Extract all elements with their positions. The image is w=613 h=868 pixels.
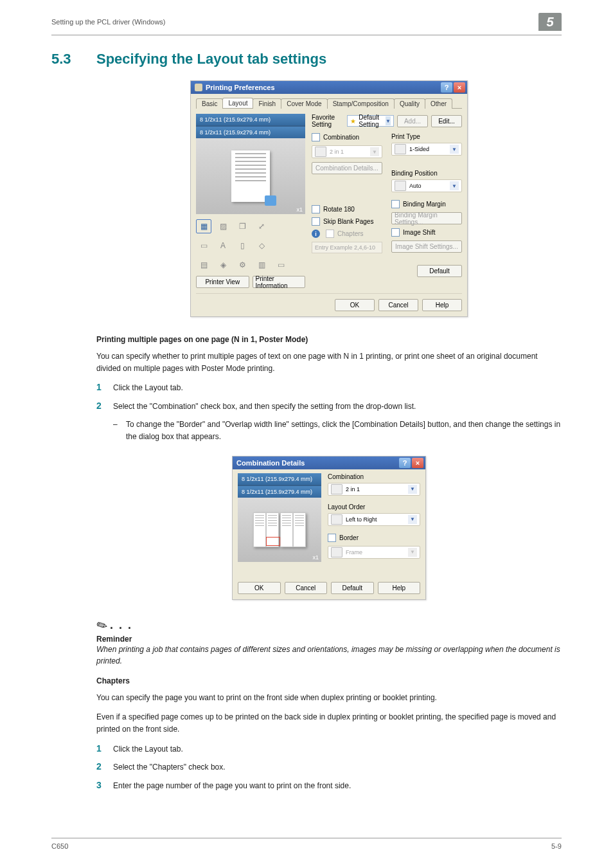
preview-icon[interactable]: ▨ — [215, 219, 231, 233]
combination-select[interactable]: 2 in 1▼ — [312, 145, 382, 158]
image-shift-label: Image Shift — [403, 229, 436, 236]
step-number: 2 — [96, 401, 113, 411]
page-preview: x1 — [196, 138, 305, 214]
step-text: Select the "Combination" check box, and … — [113, 401, 562, 413]
help-button[interactable]: Help — [378, 582, 421, 594]
step-number: 1 — [96, 743, 113, 754]
combination-value: 2 in 1 — [330, 149, 367, 155]
preview-icon[interactable]: ⤢ — [254, 219, 269, 233]
combination-details-button[interactable]: Combination Details... — [312, 162, 382, 174]
help-button[interactable]: ? — [441, 82, 452, 93]
tab-layout[interactable]: Layout — [222, 98, 253, 108]
preview-icon[interactable]: ❐ — [235, 219, 250, 233]
binding-margin-label: Binding Margin — [403, 201, 446, 208]
help-button[interactable]: ? — [399, 458, 411, 468]
ok-button[interactable]: OK — [238, 582, 281, 594]
tab-stamp[interactable]: Stamp/Composition — [327, 98, 395, 109]
binding-position-select[interactable]: Auto▼ — [391, 179, 462, 192]
section-number: 5.3 — [51, 51, 96, 68]
tab-finish[interactable]: Finish — [253, 98, 281, 109]
subsection-heading: Printing multiple pages on one page (N i… — [96, 335, 562, 344]
preview-icon[interactable]: ▭ — [196, 239, 211, 253]
step-text: Click the Layout tab. — [113, 382, 562, 394]
footer-page-number: 5-9 — [551, 842, 562, 850]
reminder-icon: ✎ — [93, 616, 111, 635]
tab-quality[interactable]: Quality — [394, 98, 425, 109]
zoom-indicator: x1 — [312, 554, 319, 561]
help-button[interactable]: Help — [422, 299, 462, 311]
body-text: You can specify whether to print multipl… — [96, 350, 562, 374]
default-button[interactable]: Default — [331, 582, 374, 594]
layout-order-select[interactable]: Left to Right▼ — [328, 513, 420, 526]
preview-icon[interactable]: ▯ — [235, 239, 250, 253]
printer-view-button[interactable]: Printer View — [196, 276, 249, 288]
step-number: 3 — [96, 780, 113, 790]
binding-position-value: Auto — [409, 183, 447, 189]
edit-button[interactable]: Edit... — [431, 115, 462, 127]
rotate-checkbox[interactable]: Rotate 180 — [312, 205, 382, 213]
printer-info-button[interactable]: Printer Information — [253, 276, 306, 288]
favorite-value: Default Setting — [359, 114, 383, 128]
skip-blank-label: Skip Blank Pages — [323, 218, 373, 225]
zoom-indicator: x1 — [296, 206, 303, 213]
preview-icon[interactable]: A — [215, 239, 231, 253]
sub-bullet: – To change the "Border" and "Overlap wi… — [113, 419, 562, 442]
tab-basic[interactable]: Basic — [196, 98, 223, 109]
dialog-title: Printing Preferences — [206, 84, 440, 91]
image-shift-settings-button[interactable]: Image Shift Settings... — [391, 240, 462, 253]
printing-preferences-dialog: Printing Preferences ? × Basic Layout Fi… — [190, 80, 468, 317]
binding-margin-checkbox[interactable]: Binding Margin — [391, 200, 462, 208]
step-text: Click the Layout tab. — [113, 743, 562, 755]
combination-select[interactable]: 2 in 1▼ — [328, 483, 420, 496]
chapters-checkbox[interactable]: iChapters — [312, 230, 382, 238]
combination-label: Combination — [328, 473, 420, 480]
frame-value: Frame — [346, 549, 405, 556]
body-text: You can specify the page you want to pri… — [96, 692, 562, 704]
preview-icon[interactable]: ◈ — [215, 258, 231, 272]
add-button[interactable]: Add... — [397, 115, 428, 127]
image-shift-checkbox[interactable]: Image Shift — [391, 228, 462, 237]
cancel-button[interactable]: Cancel — [378, 299, 418, 311]
combination-value: 2 in 1 — [346, 486, 405, 493]
reminder-dots: . . . — [110, 619, 132, 631]
dialog-title: Combination Details — [236, 459, 398, 467]
step-text: Select the "Chapters" check box. — [113, 761, 562, 773]
step-text: Enter the page number of the page you wa… — [113, 780, 562, 792]
preview-icon[interactable]: ⚙ — [235, 258, 250, 272]
tab-cover-mode[interactable]: Cover Mode — [281, 98, 327, 109]
preview-icon[interactable]: ▦ — [196, 219, 211, 233]
close-button[interactable]: × — [412, 458, 423, 468]
preview-icon[interactable]: ◇ — [254, 239, 269, 253]
combination-checkbox[interactable]: Combination — [312, 133, 382, 141]
frame-select[interactable]: Frame▼ — [328, 546, 420, 559]
layout-order-label: Layout Order — [328, 503, 420, 511]
body-text: Even if a specified page comes up to be … — [96, 711, 562, 735]
layout-order-value: Left to Right — [346, 516, 405, 523]
preview-icon[interactable]: ▥ — [254, 258, 269, 272]
reminder-label: Reminder — [96, 635, 562, 644]
dialog-icon — [195, 84, 202, 91]
border-checkbox[interactable]: Border — [328, 534, 420, 542]
print-type-select[interactable]: 1-Sided▼ — [391, 143, 462, 156]
paper-size-in: 8 1/2x11 (215.9x279.4 mm) — [238, 473, 321, 485]
footer-model: C650 — [51, 842, 68, 850]
favorite-label: Favorite Setting — [312, 114, 344, 128]
chapter-badge: 5 — [538, 13, 562, 31]
sub-bullet-text: To change the "Border" and "Overlap widt… — [126, 419, 562, 442]
step-number: 2 — [96, 761, 113, 772]
skip-blank-checkbox[interactable]: Skip Blank Pages — [312, 217, 382, 226]
default-button[interactable]: Default — [417, 265, 462, 277]
chapters-label: Chapters — [337, 230, 364, 237]
paper-size-out: 8 1/2x11 (215.9x279.4 mm) — [238, 486, 321, 498]
binding-position-label: Binding Position — [391, 170, 462, 177]
favorite-select[interactable]: ★Default Setting▼ — [347, 115, 394, 127]
binding-margin-settings-button[interactable]: Binding Margin Settings... — [391, 212, 462, 224]
ok-button[interactable]: OK — [335, 299, 375, 311]
close-button[interactable]: × — [454, 82, 465, 93]
preview-icon[interactable]: ▤ — [196, 258, 211, 272]
tab-other[interactable]: Other — [425, 98, 452, 109]
cancel-button[interactable]: Cancel — [285, 582, 328, 594]
subsection-heading: Chapters — [96, 676, 562, 685]
running-header: Setting up the PCL driver (Windows) — [51, 18, 538, 26]
preview-icon[interactable]: ▭ — [273, 258, 289, 272]
